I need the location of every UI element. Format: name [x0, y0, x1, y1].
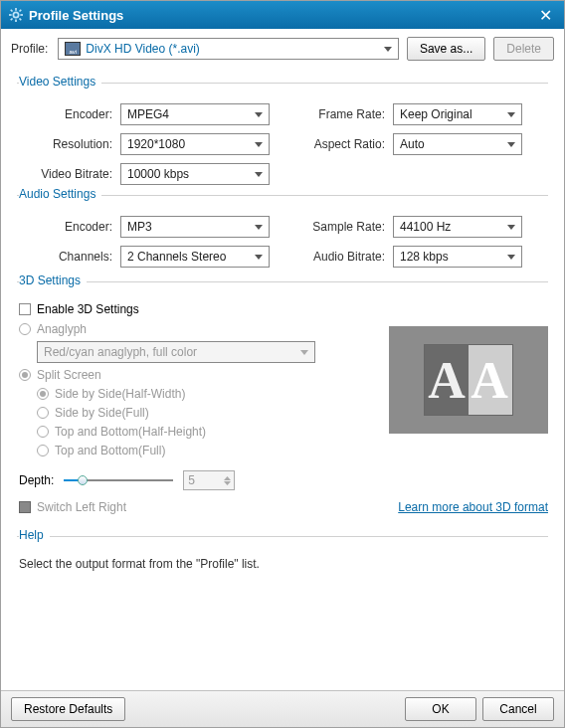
3d-settings-group: 3D Settings Enable 3D Settings Anaglyph …: [17, 281, 548, 514]
svg-marker-21: [224, 481, 231, 485]
enable-3d-label: Enable 3D Settings: [37, 302, 139, 316]
help-group: Help Select the output format from the "…: [17, 536, 548, 571]
tb-half-radio: [37, 426, 49, 438]
restore-defaults-button[interactable]: Restore Defaults: [11, 697, 125, 721]
audio-group-title: Audio Settings: [19, 187, 101, 201]
tb-half-label: Top and Bottom(Half-Height): [55, 425, 206, 439]
tb-full-radio: [37, 445, 49, 456]
svg-marker-14: [255, 172, 263, 177]
chevron-down-icon: [255, 172, 263, 177]
svg-line-8: [11, 19, 13, 21]
chevron-down-icon: [255, 255, 263, 260]
content-area: Video Settings Encoder: MPEG4 Frame Rate…: [1, 69, 564, 690]
video-group-title: Video Settings: [19, 75, 101, 89]
preview-letter-left: A: [428, 351, 466, 410]
depth-spinner: 5: [183, 470, 235, 490]
resolution-label: Resolution:: [17, 137, 120, 151]
ok-button[interactable]: OK: [405, 697, 476, 721]
sbs-half-radio: [37, 388, 49, 400]
audio-bitrate-select[interactable]: 128 kbps: [393, 246, 522, 268]
samplerate-label: Sample Rate:: [305, 220, 393, 234]
help-group-title: Help: [19, 528, 50, 542]
svg-line-5: [11, 10, 13, 12]
svg-marker-10: [255, 112, 263, 117]
help-text: Select the output format from the "Profi…: [17, 557, 548, 571]
aspect-label: Aspect Ratio:: [305, 137, 393, 151]
split-screen-label: Split Screen: [37, 368, 101, 382]
close-icon[interactable]: ✕: [535, 6, 556, 25]
svg-line-6: [20, 19, 22, 21]
enable-3d-checkbox[interactable]: [19, 303, 31, 315]
svg-marker-16: [507, 225, 515, 230]
audio-encoder-select[interactable]: MP3: [120, 216, 270, 238]
video-bitrate-label: Video Bitrate:: [17, 167, 120, 181]
svg-line-7: [20, 10, 22, 12]
learn-3d-link[interactable]: Learn more about 3D format: [398, 500, 548, 514]
anaglyph-label: Anaglyph: [37, 322, 87, 336]
chevron-down-icon: [507, 112, 515, 117]
svg-marker-13: [507, 142, 515, 147]
svg-marker-17: [255, 255, 263, 260]
channels-label: Channels:: [17, 250, 120, 264]
tb-full-label: Top and Bottom(Full): [55, 444, 165, 457]
svg-marker-18: [507, 255, 515, 260]
svg-marker-11: [507, 112, 515, 117]
audio-encoder-label: Encoder:: [17, 220, 120, 234]
svg-marker-9: [384, 47, 392, 52]
depth-label: Depth:: [19, 473, 54, 487]
svg-marker-15: [255, 225, 263, 230]
chevron-down-icon: [255, 225, 263, 230]
profile-value: DivX HD Video (*.avi): [86, 42, 392, 56]
titlebar: Profile Settings ✕: [1, 1, 564, 29]
svg-marker-20: [224, 476, 231, 480]
video-bitrate-select[interactable]: 10000 kbps: [120, 163, 270, 185]
switch-lr-checkbox: [19, 501, 31, 513]
preview-letter-right: A: [471, 351, 508, 410]
avi-file-icon: avi: [65, 42, 81, 56]
audio-bitrate-label: Audio Bitrate:: [305, 250, 393, 264]
resolution-select[interactable]: 1920*1080: [120, 133, 270, 155]
framerate-select[interactable]: Keep Original: [393, 103, 522, 125]
chevron-down-icon: [300, 350, 308, 355]
delete-button: Delete: [493, 37, 554, 61]
profile-select[interactable]: avi DivX HD Video (*.avi): [58, 38, 399, 60]
settings-gear-icon: [9, 8, 23, 22]
svg-marker-12: [255, 142, 263, 147]
chevron-down-icon: [384, 47, 392, 52]
chevron-down-icon: [255, 142, 263, 147]
profile-row: Profile: avi DivX HD Video (*.avi) Save …: [1, 29, 564, 69]
spinner-arrows-icon: [224, 476, 231, 485]
cancel-button[interactable]: Cancel: [482, 697, 554, 721]
anaglyph-mode-select: Red/cyan anaglyph, full color: [37, 341, 315, 363]
chevron-down-icon: [507, 142, 515, 147]
video-encoder-label: Encoder:: [17, 107, 120, 121]
svg-point-0: [13, 12, 18, 17]
split-screen-radio: [19, 369, 31, 381]
sbs-full-label: Side by Side(Full): [55, 406, 149, 420]
profile-label: Profile:: [11, 42, 48, 56]
3d-group-title: 3D Settings: [19, 273, 87, 287]
aspect-select[interactable]: Auto: [393, 133, 522, 155]
window-title: Profile Settings: [29, 8, 535, 23]
footer: Restore Defaults OK Cancel: [1, 690, 564, 727]
3d-preview: A A: [389, 326, 548, 434]
sbs-full-radio: [37, 407, 49, 419]
chevron-down-icon: [507, 225, 515, 230]
save-as-button[interactable]: Save as...: [407, 37, 485, 61]
anaglyph-radio: [19, 323, 31, 335]
video-encoder-select[interactable]: MPEG4: [120, 103, 270, 125]
sbs-half-label: Side by Side(Half-Width): [55, 387, 185, 401]
samplerate-select[interactable]: 44100 Hz: [393, 216, 522, 238]
framerate-label: Frame Rate:: [305, 107, 393, 121]
chevron-down-icon: [507, 255, 515, 260]
switch-lr-label: Switch Left Right: [37, 500, 126, 514]
svg-marker-19: [300, 350, 308, 355]
video-settings-group: Video Settings Encoder: MPEG4 Frame Rate…: [17, 83, 548, 185]
chevron-down-icon: [255, 112, 263, 117]
channels-select[interactable]: 2 Channels Stereo: [120, 246, 270, 268]
audio-settings-group: Audio Settings Encoder: MP3 Sample Rate:…: [17, 195, 548, 268]
depth-slider: [64, 474, 173, 486]
